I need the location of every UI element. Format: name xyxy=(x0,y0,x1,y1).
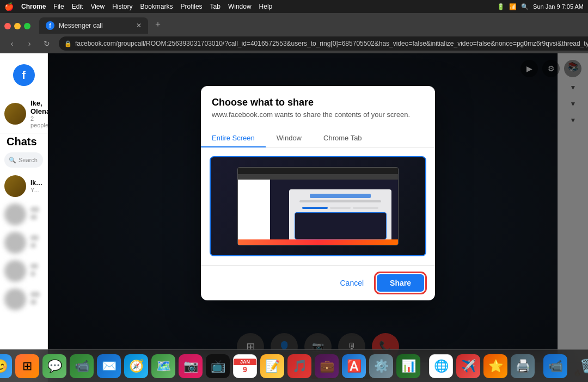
dock-item-music[interactable]: 🎵 xyxy=(287,354,311,378)
menu-file[interactable]: File xyxy=(53,3,64,10)
maximize-button[interactable] xyxy=(24,23,30,29)
traffic-lights xyxy=(4,23,30,29)
dock-item-notes[interactable]: 📝 xyxy=(260,354,284,378)
tab-chrome-tab[interactable]: Chrome Tab xyxy=(313,130,373,147)
menu-help[interactable]: Help xyxy=(259,3,273,10)
macos-dock: 😊 ⊞ 💬 📹 ✉️ 🧭 🗺️ 📷 📺 JAN 9 📝 🎵 💼 🅰️ ⚙️ 📊 … xyxy=(0,349,588,382)
dock-item-safari[interactable]: 🧭 xyxy=(124,354,148,378)
content-area: f Ike, Olena 2 people Chats 🔍 Search xyxy=(0,53,588,382)
dialog-header: Choose what to share www.facebook.com wa… xyxy=(201,86,435,123)
dock-item-launchpad[interactable]: ⊞ xyxy=(15,354,39,378)
apple-menu[interactable]: 🍎 xyxy=(4,2,14,11)
app-name: Chrome xyxy=(21,3,46,10)
blurred-preview-4 xyxy=(30,299,36,305)
chat-item-blurred-2[interactable] xyxy=(0,229,47,257)
tab-close[interactable]: ✕ xyxy=(136,22,142,29)
blurred-avatar xyxy=(4,204,26,225)
forward-button[interactable]: › xyxy=(22,36,37,51)
facebook-logo: f xyxy=(13,64,35,86)
contact-count: 2 people xyxy=(30,115,50,128)
menu-edit[interactable]: Edit xyxy=(72,3,83,10)
blurred-preview-3 xyxy=(30,271,35,276)
blurred-preview xyxy=(30,214,37,220)
nested-dialog-sim xyxy=(289,189,391,242)
wifi-icon: 📶 xyxy=(509,3,517,10)
close-button[interactable] xyxy=(4,23,11,29)
minimize-button[interactable] xyxy=(14,23,21,29)
nested-dock xyxy=(238,239,398,245)
tab-entire-screen[interactable]: Entire Screen xyxy=(201,130,266,147)
share-button[interactable]: Share xyxy=(377,274,424,292)
dialog-title: Choose what to share xyxy=(212,97,424,108)
nested-main xyxy=(270,180,398,245)
back-button[interactable]: ‹ xyxy=(4,36,20,51)
nested-menubar xyxy=(238,168,398,174)
dock-item-printer[interactable]: 🖨️ xyxy=(511,354,535,378)
menu-window[interactable]: Window xyxy=(228,3,252,10)
menu-history[interactable]: History xyxy=(112,3,132,10)
tab-bar: f Messenger call ✕ ＋ xyxy=(0,13,588,34)
dock-item-chrome[interactable]: 🌐 xyxy=(429,354,453,378)
screen-preview[interactable] xyxy=(210,156,426,256)
dock-item-zoom[interactable]: 📹 xyxy=(543,354,567,378)
dialog-overlay: Choose what to share www.facebook.com wa… xyxy=(48,53,588,382)
menu-bookmarks[interactable]: Bookmarks xyxy=(140,3,173,10)
dock-item-system-prefs[interactable]: ⚙️ xyxy=(369,354,393,378)
dock-item-airmail[interactable]: ✈️ xyxy=(456,354,480,378)
search-icon[interactable]: 🔍 xyxy=(521,3,529,10)
dock-item-appstore[interactable]: 🅰️ xyxy=(342,354,366,378)
dock-item-facetime[interactable]: 📹 xyxy=(70,354,94,378)
dock-item-maps[interactable]: 🗺️ xyxy=(151,354,175,378)
chat-item-blurred-3[interactable] xyxy=(0,257,47,285)
new-tab-button[interactable]: ＋ xyxy=(150,16,166,32)
dock-item-trash[interactable]: 🗑️ xyxy=(576,354,588,378)
menubar-left: 🍎 Chrome File Edit View History Bookmark… xyxy=(4,2,272,11)
dock-item-calendar[interactable]: JAN 9 xyxy=(233,354,257,378)
dock-item-finder[interactable]: 😊 xyxy=(0,354,12,378)
dock-item-mail[interactable]: ✉️ xyxy=(97,354,121,378)
nested-content xyxy=(238,180,398,245)
blurred-info-2 xyxy=(30,235,43,250)
url-text: facebook.com/groupcall/ROOM:256393031703… xyxy=(75,40,588,47)
menu-view[interactable]: View xyxy=(90,3,105,10)
dock-item-reeder[interactable]: ⭐ xyxy=(483,354,507,378)
nested-tabbar xyxy=(238,174,398,180)
chat-item[interactable]: Ike R You c... xyxy=(0,172,47,200)
menu-tab[interactable]: Tab xyxy=(210,3,220,10)
reload-button[interactable]: ↻ xyxy=(39,36,54,51)
dock-item-messages[interactable]: 💬 xyxy=(42,354,66,378)
cancel-button[interactable]: Cancel xyxy=(331,274,372,292)
blurred-avatar-2 xyxy=(4,232,26,254)
nested-sidebar xyxy=(238,180,270,245)
datetime: Sun Jan 9 7:05 AM xyxy=(533,3,584,10)
menubar-right: 🔋 📶 🔍 Sun Jan 9 7:05 AM xyxy=(497,3,584,10)
battery-icon: 🔋 xyxy=(497,3,505,10)
contact-avatar xyxy=(4,103,26,125)
dialog-subtitle: www.facebook.com wants to share the cont… xyxy=(212,110,424,119)
menubar: 🍎 Chrome File Edit View History Bookmark… xyxy=(0,0,588,13)
tab-window[interactable]: Window xyxy=(266,130,313,147)
blurred-preview-2 xyxy=(30,243,36,248)
search-bar[interactable]: 🔍 Search xyxy=(4,152,43,168)
search-icon: 🔍 xyxy=(9,157,16,164)
chat-item-blurred-1[interactable] xyxy=(0,200,47,229)
chat-item-blurred-4[interactable] xyxy=(0,285,47,313)
chat-avatar xyxy=(4,175,26,197)
blurred-name-4 xyxy=(30,292,40,297)
browser-tab-active[interactable]: f Messenger call ✕ xyxy=(39,17,148,34)
contact-header: Ike, Olena 2 people xyxy=(0,95,47,133)
blurred-info-4 xyxy=(30,292,43,307)
chat-preview: You c... xyxy=(30,187,43,193)
chat-info: Ike R You c... xyxy=(30,179,43,193)
blurred-avatar-3 xyxy=(4,260,26,282)
dock-item-photos[interactable]: 📷 xyxy=(179,354,203,378)
dock-item-slack[interactable]: 💼 xyxy=(315,354,339,378)
preview-inner xyxy=(211,157,425,255)
url-bar[interactable]: 🔒 facebook.com/groupcall/ROOM:2563930317… xyxy=(59,36,588,51)
blurred-info xyxy=(30,207,43,222)
dock-item-appletv[interactable]: 📺 xyxy=(206,354,230,378)
dock-item-excel[interactable]: 📊 xyxy=(396,354,420,378)
menu-profiles[interactable]: Profiles xyxy=(181,3,203,10)
tab-favicon: f xyxy=(46,21,54,30)
share-dialog: Choose what to share www.facebook.com wa… xyxy=(201,86,435,300)
